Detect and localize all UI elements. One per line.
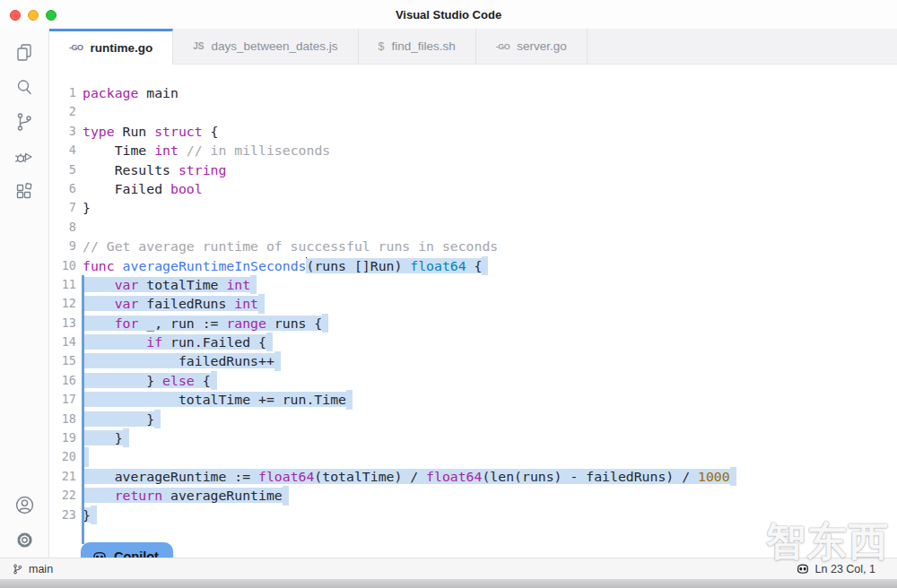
line-col-label: Ln 23 Col, 1 [815,563,875,575]
line-text: } [83,428,129,447]
source-control-icon[interactable] [4,104,45,139]
code-line[interactable]: 19 } [49,428,897,447]
line-text: type Run struct { [83,122,218,141]
code-line[interactable]: 7} [49,198,897,217]
code-line[interactable]: 6 Failed bool [49,179,897,198]
code-line[interactable]: 17 totalTime += run.Time [49,390,897,409]
line-text: averageRuntime := float64(totalTime) / f… [83,467,736,486]
code-line[interactable]: 13 for _, run := range runs { [49,314,897,333]
line-number[interactable]: 15 [49,351,83,370]
code-line[interactable]: 1package main [49,83,897,102]
code-line[interactable]: 12 var failedRuns int [49,294,897,313]
code-line[interactable]: 8 [49,218,897,237]
account-icon[interactable] [4,488,45,523]
code-line[interactable]: 23} [49,506,897,524]
tab-bar: -GOruntime.goJSdays_between_dates.js$fin… [49,29,897,65]
tab-label: runtime.go [91,41,153,55]
line-number[interactable]: 8 [49,218,83,237]
close-window-button[interactable] [10,10,21,21]
line-number[interactable]: 11 [49,275,83,294]
go-file-icon: -GO [496,42,510,51]
line-text: var failedRuns int [83,294,265,313]
js-file-icon: JS [193,41,204,51]
copilot-status-icon [796,562,810,576]
status-bar: main Ln 23 Col, 1 [0,558,897,579]
zoom-window-button[interactable] [46,10,57,21]
code-line[interactable]: 21 averageRuntime := float64(totalTime) … [49,467,897,486]
tab-runtime-go[interactable]: -GOruntime.go [49,29,173,65]
selection-guide [82,275,84,544]
line-text: } [83,198,91,217]
tab-label: find_files.sh [392,39,456,53]
title-bar: Visual Studio Code [0,0,897,29]
editor[interactable]: 1package main23type Run struct {4 Time i… [49,65,897,558]
line-number[interactable]: 2 [49,102,83,121]
line-number[interactable]: 17 [49,390,83,409]
code-lines: 1package main23type Run struct {4 Time i… [49,83,897,524]
line-text: return averageRuntime [83,486,289,505]
search-icon[interactable] [4,69,45,104]
line-number[interactable]: 20 [49,447,83,466]
code-line[interactable]: 11 var totalTime int [49,275,897,294]
line-number[interactable]: 22 [49,486,83,505]
line-number[interactable]: 9 [49,237,83,255]
code-line[interactable]: 2 [49,102,897,121]
line-number[interactable]: 1 [49,83,83,102]
copilot-button[interactable]: Copilot [81,542,173,558]
code-line[interactable]: 3type Run struct { [49,122,897,141]
copilot-label: Copilot [114,548,159,558]
line-number[interactable]: 14 [49,333,83,351]
line-number[interactable]: 12 [49,294,83,313]
explorer-icon[interactable] [4,34,45,69]
traffic-lights [10,10,57,21]
code-line[interactable]: 10func averageRuntimeInSeconds(runs []Ru… [49,256,897,275]
code-line[interactable]: 14 if run.Failed { [49,333,897,351]
line-number[interactable]: 10 [49,256,83,275]
line-text: Results string [83,160,226,179]
branch-icon [12,563,23,575]
line-number[interactable]: 19 [49,428,83,447]
code-line[interactable]: 16 } else { [49,371,897,390]
line-number[interactable]: 16 [49,371,83,390]
vscode-window: Visual Studio Code [0,0,897,588]
code-line[interactable]: 20 [49,447,897,466]
run-and-debug-icon[interactable] [4,139,45,174]
code-line[interactable]: 22 return averageRuntime [49,486,897,505]
cursor-position[interactable]: Ln 23 Col, 1 [796,562,875,576]
line-number[interactable]: 21 [49,467,83,486]
line-number[interactable]: 23 [49,506,83,524]
line-text: // Get average runtime of successful run… [83,237,498,255]
line-number[interactable]: 18 [49,410,83,428]
code-line[interactable]: 5 Results string [49,160,897,179]
line-number[interactable]: 7 [49,198,83,217]
copilot-icon [91,549,108,558]
line-number[interactable]: 4 [49,141,83,160]
code-line[interactable]: 18 } [49,410,897,428]
line-text: if run.Failed { [83,333,273,351]
line-text: package main [83,83,179,102]
extensions-icon[interactable] [4,174,45,209]
settings-gear-icon[interactable] [4,523,45,558]
line-text: } else { [83,371,217,390]
branch-label: main [29,563,53,575]
code-line[interactable]: 4 Time int // in milliseconds [49,141,897,160]
line-number[interactable]: 5 [49,160,83,179]
code-line[interactable]: 9// Get average runtime of successful ru… [49,237,897,255]
go-file-icon: -GO [69,43,83,52]
line-text: Failed bool [83,179,203,198]
line-text: func averageRuntimeInSeconds(runs []Run)… [83,256,488,275]
line-number[interactable]: 6 [49,179,83,198]
tab-label: days_between_dates.js [211,39,337,53]
branch-indicator[interactable]: main [12,563,53,575]
line-number[interactable]: 3 [49,122,83,141]
minimize-window-button[interactable] [28,10,39,21]
window-bottom-edge [0,579,897,588]
line-text: Time int // in milliseconds [83,141,330,160]
tab-server-go[interactable]: -GOserver.go [476,29,588,64]
line-number[interactable]: 13 [49,314,83,333]
tab-find-files-sh[interactable]: $find_files.sh [359,29,476,64]
line-text: failedRuns++ [83,351,281,370]
line-text: } [83,506,97,524]
code-line[interactable]: 15 failedRuns++ [49,351,897,370]
tab-days-between-dates-js[interactable]: JSdays_between_dates.js [173,29,358,64]
